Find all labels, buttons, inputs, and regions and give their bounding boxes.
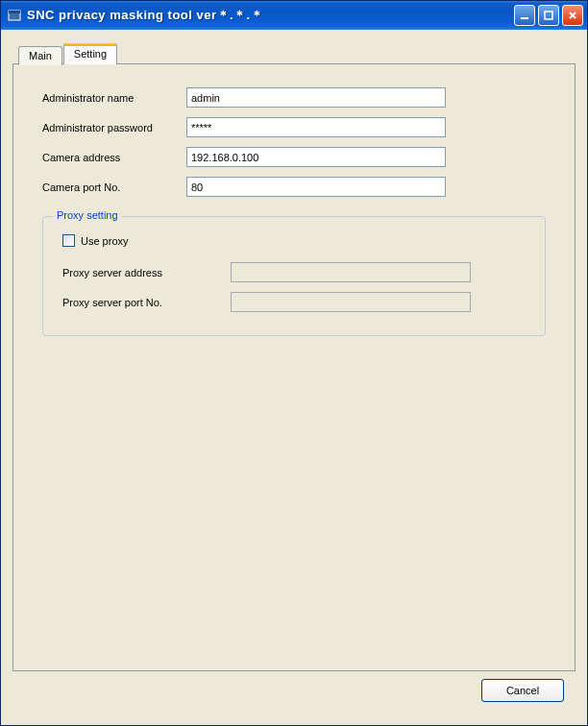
proxy-address-input xyxy=(231,262,471,282)
label-proxy-port: Proxy server port No. xyxy=(62,297,231,308)
label-use-proxy: Use proxy xyxy=(81,235,129,247)
maximize-button[interactable] xyxy=(538,5,559,26)
proxy-fieldset: Proxy setting Use proxy Proxy server add… xyxy=(42,216,546,336)
proxy-port-input xyxy=(231,292,471,312)
close-button[interactable] xyxy=(562,5,583,26)
camera-port-input[interactable] xyxy=(186,177,446,197)
row-admin-password: Administrator password xyxy=(42,117,546,137)
row-proxy-address: Proxy server address xyxy=(62,262,526,282)
row-proxy-port: Proxy server port No. xyxy=(62,292,526,312)
label-admin-password: Administrator password xyxy=(42,122,186,133)
row-camera-port: Camera port No. xyxy=(42,177,546,197)
tab-main[interactable]: Main xyxy=(18,46,62,65)
minimize-button[interactable] xyxy=(514,5,535,26)
row-camera-address: Camera address xyxy=(42,147,546,167)
app-window: SNC privacy masking tool ver＊.＊.＊ Main S… xyxy=(0,0,588,726)
window-controls xyxy=(514,5,583,26)
tab-strip: Main Setting xyxy=(12,43,576,64)
row-use-proxy: Use proxy xyxy=(62,234,526,247)
svg-rect-3 xyxy=(545,12,552,19)
client-area: Main Setting Administrator name Administ… xyxy=(1,30,587,725)
camera-address-input[interactable] xyxy=(186,147,446,167)
svg-rect-1 xyxy=(9,11,20,13)
use-proxy-checkbox[interactable] xyxy=(62,234,75,247)
app-icon xyxy=(7,8,22,23)
bottom-bar: Cancel xyxy=(12,671,576,714)
tab-setting[interactable]: Setting xyxy=(63,43,117,64)
tab-page-setting: Administrator name Administrator passwor… xyxy=(12,63,576,671)
admin-password-input[interactable] xyxy=(186,117,446,137)
label-admin-name: Administrator name xyxy=(42,92,186,104)
label-camera-address: Camera address xyxy=(42,152,186,163)
label-camera-port: Camera port No. xyxy=(42,182,186,193)
admin-name-input[interactable] xyxy=(186,87,446,108)
cancel-button[interactable]: Cancel xyxy=(481,679,564,702)
titlebar[interactable]: SNC privacy masking tool ver＊.＊.＊ xyxy=(1,1,587,30)
svg-rect-2 xyxy=(521,17,528,19)
proxy-legend: Proxy setting xyxy=(53,209,122,221)
row-admin-name: Administrator name xyxy=(42,87,546,108)
label-proxy-address: Proxy server address xyxy=(62,267,231,278)
window-title: SNC privacy masking tool ver＊.＊.＊ xyxy=(27,7,514,24)
